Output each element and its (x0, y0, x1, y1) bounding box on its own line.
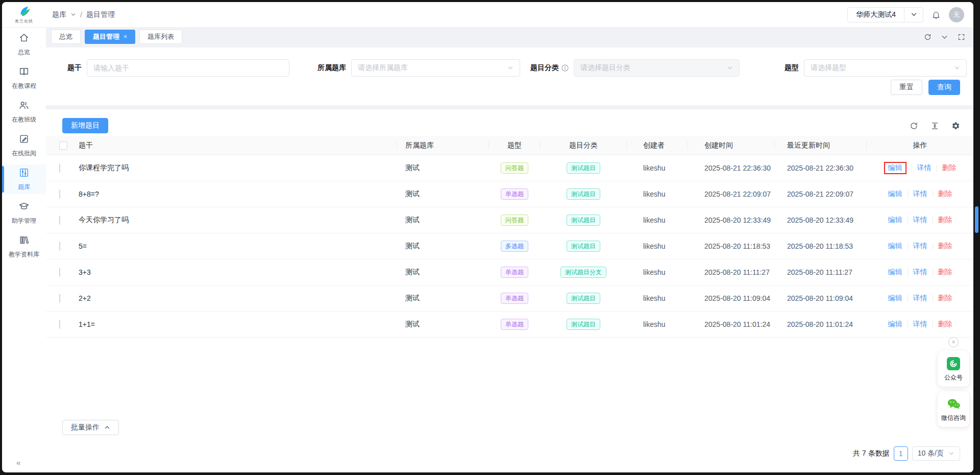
divider (908, 295, 908, 302)
chevron-down-icon[interactable] (941, 33, 948, 41)
sidebar-item-2[interactable]: 在教班级 (2, 97, 46, 127)
tenant-selector[interactable]: 华师大测试4 (847, 7, 923, 22)
sidebar-item-5[interactable]: 助学管理 (2, 198, 46, 228)
topbar: 奥兰在线 题库 / 题目管理 华师大测试4 无 (2, 2, 973, 28)
qtype-filter-select[interactable]: 请选择题型 (804, 59, 967, 77)
tab-overview[interactable]: 总览 (51, 30, 81, 44)
button-label: 重置 (899, 83, 914, 92)
sidebar-item-4[interactable]: 题库 (2, 164, 46, 194)
tab-question-management[interactable]: 题目管理 × (85, 30, 135, 44)
edit-link[interactable]: 编辑 (888, 189, 902, 199)
detail-link[interactable]: 详情 (913, 189, 927, 199)
row-checkbox[interactable] (59, 242, 60, 251)
row-checkbox[interactable] (59, 189, 60, 199)
delete-link[interactable]: 删除 (938, 216, 952, 225)
search-button[interactable]: 查询 (928, 80, 960, 95)
wechat-consult-widget[interactable]: 微信咨询 (938, 391, 969, 427)
cell-created: 2025-08-20 11:01:24 (688, 320, 775, 328)
breadcrumb: 题库 / 题目管理 (52, 10, 115, 19)
refresh-icon[interactable] (924, 33, 932, 41)
fullscreen-icon[interactable] (958, 33, 965, 41)
row-height-icon[interactable] (930, 122, 939, 130)
delete-link[interactable]: 删除 (938, 189, 952, 199)
cell-stem: 今天你学习了吗 (70, 216, 397, 225)
edit-link[interactable]: 编辑 (888, 268, 902, 277)
column-header-qtype: 题型 (489, 136, 540, 155)
breadcrumb-root[interactable]: 题库 (52, 10, 66, 19)
category-filter-label: 题目分类 (530, 63, 569, 73)
row-checkbox[interactable] (59, 216, 60, 225)
row-checkbox[interactable] (59, 268, 60, 277)
detail-link[interactable]: 详情 (913, 216, 927, 225)
label-text: 题目分类 (530, 63, 559, 73)
detail-link[interactable]: 详情 (913, 268, 927, 277)
batch-operations-button[interactable]: 批量操作 (62, 420, 119, 435)
divider (937, 164, 937, 172)
divider (933, 217, 933, 224)
column-header-updated: 最近更新时间 (775, 136, 867, 155)
edit-link[interactable]: 编辑 (888, 163, 902, 173)
row-checkbox[interactable] (59, 294, 60, 303)
detail-link[interactable]: 详情 (913, 242, 927, 251)
tab-label: 总览 (59, 32, 72, 41)
delete-link[interactable]: 删除 (942, 163, 957, 173)
cell-bank: 测试 (397, 242, 489, 251)
edit-link[interactable]: 编辑 (888, 216, 902, 225)
divider (908, 269, 908, 276)
category-tag: 测试题目 (567, 319, 600, 330)
official-account-widget[interactable]: 公众号 (938, 351, 969, 387)
cell-stem: 5= (70, 242, 397, 250)
tab-bar: 总览 题目管理 × 题库列表 (46, 28, 973, 46)
delete-link[interactable]: 删除 (938, 320, 952, 329)
chevron-down-icon (954, 65, 960, 71)
page-scrollbar-thumb[interactable] (975, 206, 978, 233)
divider (908, 321, 908, 328)
wechat-icon (947, 397, 961, 411)
bank-filter-select[interactable]: 请选择所属题库 (351, 59, 520, 77)
row-checkbox[interactable] (59, 163, 60, 173)
edit-link[interactable]: 编辑 (888, 242, 902, 251)
page-size-value: 10 条/页 (918, 449, 944, 458)
edit-link[interactable]: 编辑 (888, 294, 902, 303)
notification-bell-icon[interactable] (932, 10, 941, 19)
gear-icon[interactable] (951, 122, 960, 130)
tab-bank-list[interactable]: 题库列表 (139, 30, 182, 44)
sidebar-item-1[interactable]: 在教课程 (2, 63, 46, 93)
delete-link[interactable]: 删除 (938, 242, 952, 251)
info-icon[interactable] (561, 64, 569, 72)
cell-creator: likeshu (627, 320, 688, 328)
close-icon[interactable]: × (948, 337, 959, 347)
select-all-checkbox[interactable] (59, 141, 67, 150)
delete-link[interactable]: 删除 (938, 268, 952, 277)
refresh-icon[interactable] (910, 122, 918, 130)
add-question-button[interactable]: 新增题目 (62, 118, 108, 133)
materials-icon (18, 234, 30, 248)
sidebar-collapse-icon[interactable]: « (16, 458, 19, 467)
detail-link[interactable]: 详情 (913, 294, 927, 303)
cell-actions: 编辑详情删除 (867, 320, 973, 329)
category-filter-select[interactable]: 请选择题目分类 (574, 59, 740, 77)
total-count-text: 共 7 条数据 (853, 449, 890, 458)
row-checkbox[interactable] (59, 320, 60, 329)
avatar[interactable]: 无 (949, 7, 964, 22)
qtype-tag: 单选题 (501, 319, 528, 330)
page-number-button[interactable]: 1 (894, 446, 908, 461)
reset-button[interactable]: 重置 (891, 80, 922, 95)
stem-filter-input[interactable] (87, 59, 289, 77)
delete-link[interactable]: 删除 (938, 294, 952, 303)
cell-bank: 测试 (397, 320, 489, 329)
edit-link[interactable]: 编辑 (888, 320, 902, 329)
cell-creator: likeshu (627, 294, 688, 302)
close-icon[interactable]: × (124, 33, 127, 40)
page-size-select[interactable]: 10 条/页 (912, 446, 960, 461)
detail-link[interactable]: 详情 (913, 320, 927, 329)
sidebar-item-0[interactable]: 总览 (2, 30, 46, 59)
detail-link[interactable]: 详情 (917, 163, 932, 173)
chevron-down-icon (904, 11, 923, 18)
chevron-down-icon[interactable] (70, 12, 76, 17)
sidebar-item-6[interactable]: 教学资料库 (2, 232, 46, 262)
sidebar-item-3[interactable]: 在线批阅 (2, 131, 46, 160)
category-tag: 测试题目 (567, 293, 600, 304)
category-tag: 测试题目 (567, 188, 600, 200)
table-row: 1+1=测试单选题测试题目likeshu2025-08-20 11:01:242… (46, 312, 973, 338)
